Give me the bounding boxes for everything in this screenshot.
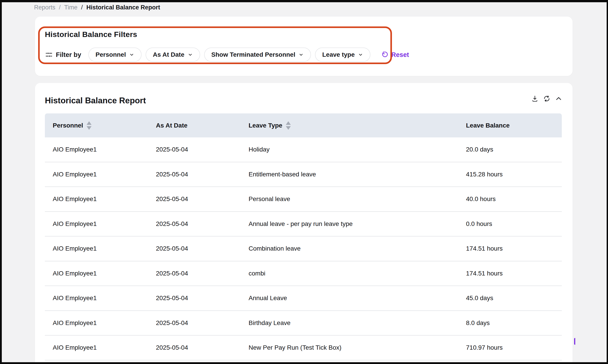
filter-card-title: Historical Balance Filters bbox=[45, 30, 137, 39]
report-title: Historical Balance Report bbox=[45, 96, 146, 105]
filter-button-as-at-date[interactable]: As At Date bbox=[146, 48, 200, 62]
cell-as-at-date: 2025-05-04 bbox=[156, 270, 249, 277]
table-body: AIO Employee1 2025-05-04 Holiday 20.0 da… bbox=[45, 137, 562, 360]
breadcrumb-reports[interactable]: Reports bbox=[34, 4, 55, 11]
table-row[interactable]: AIO Employee1 2025-05-04 combi 174.51 ho… bbox=[45, 261, 562, 286]
filter-by-label: Filter by bbox=[56, 51, 81, 58]
column-header-leave-balance: Leave Balance bbox=[466, 122, 562, 129]
cell-as-at-date: 2025-05-04 bbox=[156, 344, 249, 351]
cell-as-at-date: 2025-05-04 bbox=[156, 146, 249, 153]
cell-leave-type: Annual Leave bbox=[249, 295, 466, 302]
filter-button-personnel[interactable]: Personnel bbox=[88, 48, 142, 62]
cell-leave-type: New Per Pay Run (Test Tick Box) bbox=[249, 344, 466, 351]
table-row[interactable]: AIO Employee1 2025-05-04 Birthday Leave … bbox=[45, 311, 562, 336]
cell-personnel: AIO Employee1 bbox=[53, 344, 156, 351]
sort-arrows-icon[interactable] bbox=[87, 121, 92, 130]
table-row[interactable]: AIO Employee1 2025-05-04 Annual leave - … bbox=[45, 212, 562, 237]
cell-leave-balance: 20.0 days bbox=[466, 146, 562, 153]
cell-leave-type: Holiday bbox=[249, 146, 466, 153]
cell-as-at-date: 2025-05-04 bbox=[156, 220, 249, 228]
cell-leave-type: Personal leave bbox=[249, 195, 466, 203]
cell-personnel: AIO Employee1 bbox=[53, 220, 156, 228]
cell-personnel: AIO Employee1 bbox=[53, 319, 156, 326]
rotate-ccw-icon bbox=[381, 51, 388, 58]
breadcrumb-time[interactable]: Time bbox=[64, 4, 77, 11]
cell-as-at-date: 2025-05-04 bbox=[156, 195, 249, 203]
table-row[interactable]: AIO Employee1 2025-05-04 New Per Pay Run… bbox=[45, 336, 562, 360]
breadcrumb-separator: / bbox=[59, 4, 61, 11]
cell-leave-type: combi bbox=[249, 270, 466, 277]
filter-by: Filter by bbox=[45, 51, 81, 58]
breadcrumb-separator: / bbox=[81, 4, 83, 11]
chevron-down-icon bbox=[298, 52, 304, 57]
cell-leave-balance: 174.51 hours bbox=[466, 270, 562, 277]
cell-leave-balance: 710.97 hours bbox=[466, 344, 562, 351]
reset-label: Reset bbox=[391, 51, 409, 58]
download-icon[interactable] bbox=[531, 95, 539, 103]
chevron-down-icon bbox=[129, 52, 134, 57]
breadcrumb: Reports / Time / Historical Balance Repo… bbox=[34, 2, 160, 13]
sliders-icon bbox=[45, 51, 53, 58]
table-row[interactable]: AIO Employee1 2025-05-04 Combination lea… bbox=[45, 236, 562, 261]
filter-button-leave-type[interactable]: Leave type bbox=[315, 48, 370, 62]
report-card: Historical Balance Report bbox=[35, 83, 573, 362]
reset-button[interactable]: Reset bbox=[381, 51, 409, 58]
cell-leave-balance: 174.51 hours bbox=[466, 245, 562, 252]
breadcrumb-current-page: Historical Balance Report bbox=[86, 4, 160, 11]
cell-as-at-date: 2025-05-04 bbox=[156, 295, 249, 302]
chevron-up-icon[interactable] bbox=[554, 95, 563, 103]
column-header-personnel[interactable]: Personnel bbox=[53, 121, 156, 130]
filter-card: Historical Balance Filters Filter by Per… bbox=[35, 17, 573, 76]
cell-as-at-date: 2025-05-04 bbox=[156, 245, 249, 252]
table-row[interactable]: AIO Employee1 2025-05-04 Holiday 20.0 da… bbox=[45, 137, 562, 162]
cell-leave-balance: 0.0 hours bbox=[466, 220, 562, 228]
table-header-row: Personnel As At Date Leave Type Leave Ba… bbox=[45, 113, 562, 137]
table-row[interactable]: AIO Employee1 2025-05-04 Annual Leave 45… bbox=[45, 286, 562, 311]
cell-leave-type: Birthday Leave bbox=[249, 319, 466, 326]
sort-arrows-icon[interactable] bbox=[286, 121, 291, 130]
page: Reports / Time / Historical Balance Repo… bbox=[2, 2, 607, 362]
cell-personnel: AIO Employee1 bbox=[53, 245, 156, 252]
cell-leave-balance: 45.0 days bbox=[466, 295, 562, 302]
chevron-down-icon bbox=[358, 52, 363, 57]
cell-leave-balance: 8.0 days bbox=[466, 319, 562, 326]
cell-leave-type: Annual leave - per pay run leave type bbox=[249, 220, 466, 228]
cell-leave-balance: 40.0 hours bbox=[466, 195, 562, 203]
cell-leave-type: Entitlement-based leave bbox=[249, 171, 466, 178]
table-row[interactable]: AIO Employee1 2025-05-04 Entitlement-bas… bbox=[45, 162, 562, 187]
floating-widget-edge[interactable] bbox=[574, 338, 575, 345]
cell-personnel: AIO Employee1 bbox=[53, 270, 156, 277]
cell-personnel: AIO Employee1 bbox=[53, 171, 156, 178]
report-table: Personnel As At Date Leave Type Leave Ba… bbox=[45, 113, 562, 360]
chevron-down-icon bbox=[188, 52, 193, 57]
filter-row: Filter by Personnel As At Date Show Term… bbox=[45, 48, 409, 62]
cell-personnel: AIO Employee1 bbox=[53, 146, 156, 153]
cell-leave-balance: 415.28 hours bbox=[466, 171, 562, 178]
filter-button-show-terminated-personnel[interactable]: Show Terminated Personnel bbox=[204, 48, 311, 62]
table-row[interactable]: AIO Employee1 2025-05-04 Personal leave … bbox=[45, 187, 562, 212]
cell-personnel: AIO Employee1 bbox=[53, 195, 156, 203]
cell-as-at-date: 2025-05-04 bbox=[156, 319, 249, 326]
cell-leave-type: Combination leave bbox=[249, 245, 466, 252]
column-header-as-at-date: As At Date bbox=[156, 122, 249, 129]
column-header-leave-type[interactable]: Leave Type bbox=[249, 121, 466, 130]
cell-personnel: AIO Employee1 bbox=[53, 295, 156, 302]
refresh-icon[interactable] bbox=[543, 95, 551, 103]
cell-as-at-date: 2025-05-04 bbox=[156, 171, 249, 178]
report-toolbar bbox=[531, 95, 563, 103]
